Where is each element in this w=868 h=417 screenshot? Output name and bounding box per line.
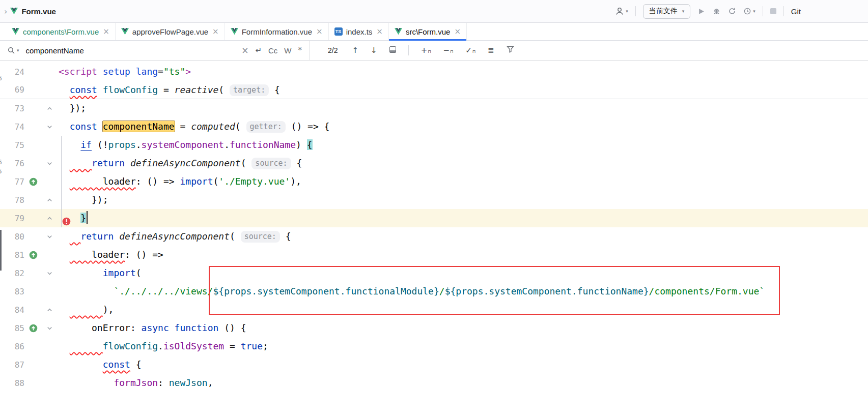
title-bar-actions: ▾ 当前文件 ▾ ▾ Git	[615, 4, 868, 19]
chevron-down-icon: ▾	[753, 9, 755, 14]
close-tab-icon[interactable]: ×	[316, 27, 323, 36]
next-match-button[interactable]: ↓	[371, 46, 377, 55]
regex-toggle[interactable]: *	[298, 46, 302, 55]
match-case-toggle[interactable]: Cc	[268, 46, 277, 55]
implementation-marker-icon[interactable]	[29, 324, 38, 333]
code-text[interactable]: formJson: newJson,	[57, 374, 868, 392]
code-text[interactable]: flowConfig.isOldSystem = true;	[57, 337, 868, 355]
vue-icon	[121, 28, 129, 35]
git-menu[interactable]: Git	[791, 7, 801, 16]
code-text[interactable]: if (!props.systemComponent.functionName)…	[57, 136, 868, 154]
code-text[interactable]: loader: () =>	[57, 246, 868, 264]
profiler-history-button[interactable]: ▾	[743, 7, 755, 15]
divider	[783, 6, 784, 16]
editor-tab[interactable]: TSindex.ts×	[329, 23, 389, 40]
code-text[interactable]: });	[57, 99, 868, 117]
remove-occurrence-button[interactable]: −⊓	[443, 46, 453, 55]
editor-tab[interactable]: components\Form.vue×	[6, 23, 116, 40]
debug-button[interactable]	[712, 7, 721, 15]
close-tab-icon[interactable]: ×	[454, 27, 461, 36]
profile-icon[interactable]: ▾	[615, 7, 628, 16]
code-token: newJson	[169, 377, 208, 388]
code-text[interactable]: <script setup lang="ts">	[57, 63, 868, 81]
search-icon[interactable]: ▾	[7, 46, 19, 54]
inlay-hint: source:	[241, 231, 280, 243]
chevron-down-icon: ▾	[682, 9, 685, 14]
gutter: 83	[0, 282, 57, 301]
gutter: 78	[0, 191, 57, 209]
fold-slot	[42, 105, 57, 112]
fold-end-icon[interactable]	[46, 307, 53, 313]
code-text[interactable]: }	[57, 209, 868, 227]
code-text[interactable]: const flowConfig = reactive( target: {	[57, 81, 868, 99]
inlay-hint: target:	[230, 84, 269, 96]
run-config-selector[interactable]: 当前文件 ▾	[643, 4, 691, 19]
fold-start-icon[interactable]	[46, 160, 53, 167]
gutter: 86	[0, 337, 57, 355]
code-text[interactable]: loader: () => import('./Empty.vue'),	[57, 172, 868, 191]
select-all-occurrences-button[interactable]: ✓⊓	[465, 46, 475, 55]
exclude-lines-button[interactable]: ≣	[488, 46, 494, 55]
search-input[interactable]: componentName	[26, 46, 235, 55]
add-occurrence-button[interactable]: +⊓	[421, 46, 431, 55]
close-tab-icon[interactable]: ×	[212, 27, 219, 36]
code-token: (	[213, 176, 218, 187]
clear-search-icon[interactable]: ×	[241, 45, 248, 55]
implementation-marker-icon[interactable]	[29, 177, 38, 186]
left-edge-bar	[0, 230, 2, 271]
code-token: const	[103, 359, 130, 370]
editor-tab[interactable]: approveFlowPage.vue×	[116, 23, 225, 40]
code-text[interactable]: const componentName = computed( getter: …	[57, 117, 868, 136]
editor-tab[interactable]: FormInformation.vue×	[225, 23, 329, 40]
code-text[interactable]: onError: async function () {	[57, 319, 868, 337]
close-tab-icon[interactable]: ×	[103, 27, 109, 36]
fold-start-icon[interactable]	[46, 124, 53, 130]
code-token	[59, 377, 114, 388]
fold-slot	[42, 124, 57, 130]
inlay-hint: source:	[251, 158, 291, 169]
occurrence-mark-icon: ⊓	[472, 49, 475, 54]
fold-start-icon[interactable]	[46, 233, 53, 240]
run-button[interactable]	[697, 8, 705, 15]
minus-icon: −	[443, 46, 450, 55]
fold-start-icon[interactable]	[46, 325, 53, 332]
code-text[interactable]: const {	[57, 355, 868, 374]
whole-words-toggle[interactable]: W	[284, 46, 291, 55]
editor-line: 75 if (!props.systemComponent.functionNa…	[0, 136, 868, 154]
editor-line: 24<script setup lang="ts">	[0, 63, 868, 81]
code-lines: 24<script setup lang="ts">69 const flowC…	[0, 63, 868, 392]
code-token: (	[241, 158, 246, 168]
fold-end-icon[interactable]	[46, 197, 53, 203]
newline-icon[interactable]: ↵	[255, 46, 262, 55]
code-text[interactable]: return defineAsyncComponent( source: {	[57, 154, 868, 172]
search-field[interactable]: ▾ componentName × ↵ Cc W *	[0, 41, 310, 60]
code-token	[59, 139, 80, 150]
stop-button[interactable]	[770, 8, 776, 14]
fold-end-icon[interactable]	[46, 105, 53, 112]
code-token: loader	[92, 249, 125, 260]
code-token: : () =>	[125, 249, 163, 260]
code-text[interactable]: return defineAsyncComponent( source: {	[57, 227, 868, 246]
gutter: 73	[0, 99, 57, 117]
fold-slot	[42, 215, 57, 222]
open-in-find-window-button[interactable]	[389, 46, 396, 55]
filter-button[interactable]	[507, 46, 514, 55]
coverage-button[interactable]	[728, 7, 736, 15]
code-token: const	[70, 84, 97, 95]
gutter: 82	[0, 264, 57, 282]
fold-start-icon[interactable]	[46, 270, 53, 277]
fold-slot	[42, 270, 57, 277]
code-text[interactable]: });	[57, 191, 868, 209]
editor-tab[interactable]: src\Form.vue×	[389, 23, 467, 40]
editor-line: 77 loader: () => import('./Empty.vue'),	[0, 172, 868, 191]
find-bar: ▾ componentName × ↵ Cc W * 2/2 ↑ ↓ +⊓ −⊓…	[0, 41, 868, 61]
code-token: './Empty.vue'	[218, 176, 290, 187]
occurrence-mark-icon: ⊓	[450, 49, 453, 54]
previous-match-button[interactable]: ↑	[352, 46, 358, 55]
code-token: : () =>	[136, 176, 180, 187]
code-token: import	[180, 176, 213, 187]
implementation-marker-icon[interactable]	[29, 251, 38, 259]
fold-end-icon[interactable]	[46, 215, 53, 222]
close-tab-icon[interactable]: ×	[376, 27, 383, 36]
fold-slot	[42, 160, 57, 167]
